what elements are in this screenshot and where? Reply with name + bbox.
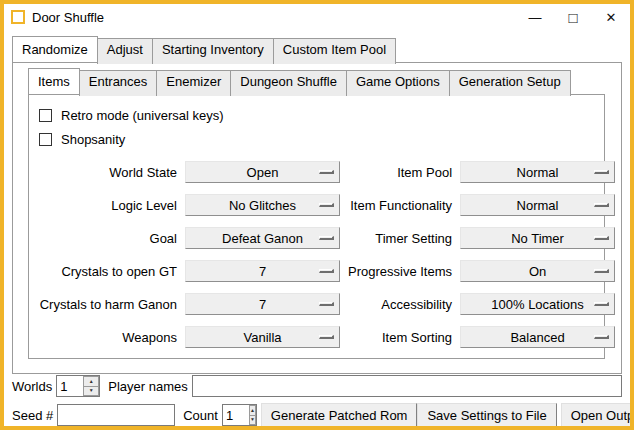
retro-mode-row: Retro mode (universal keys) [39, 103, 596, 127]
dropdown-indicator-icon [594, 269, 609, 273]
tab-dungeon-shuffle[interactable]: Dungeon Shuffle [230, 70, 347, 96]
weapons-label: Weapons [37, 330, 177, 345]
tab-items[interactable]: Items [28, 68, 80, 94]
spin-up-icon[interactable]: ▲ [83, 376, 99, 387]
item-pool-dropdown[interactable]: Normal [460, 161, 615, 183]
outer-tab-strip: Randomize Adjust Starting Inventory Cust… [12, 36, 622, 62]
dropdown-indicator-icon [319, 236, 334, 240]
tab-randomize[interactable]: Randomize [12, 36, 98, 62]
dropdown-indicator-icon [319, 203, 334, 207]
open-output-directory-button[interactable]: Open Output Directory [561, 403, 630, 426]
logic-level-label: Logic Level [37, 198, 177, 213]
count-input[interactable] [223, 405, 249, 425]
crystals-open-gt-label: Crystals to open GT [37, 264, 177, 279]
progressive-items-dropdown[interactable]: On [460, 260, 615, 282]
weapons-value: Vanilla [243, 330, 281, 345]
tab-entrances[interactable]: Entrances [79, 70, 158, 96]
count-label: Count [183, 408, 218, 423]
item-sorting-label: Item Sorting [348, 330, 452, 345]
weapons-dropdown[interactable]: Vanilla [185, 326, 340, 348]
progressive-items-value: On [529, 264, 546, 279]
maximize-icon: □ [568, 10, 577, 25]
count-spin-arrows: ▲ ▼ [249, 405, 256, 425]
tab-enemizer[interactable]: Enemizer [156, 70, 231, 96]
accessibility-dropdown[interactable]: 100% Locations [460, 293, 615, 315]
world-state-value: Open [247, 165, 279, 180]
tab-game-options[interactable]: Game Options [346, 70, 450, 96]
seed-label: Seed # [12, 408, 53, 423]
spin-down-icon[interactable]: ▼ [249, 416, 256, 426]
item-sorting-value: Balanced [510, 330, 564, 345]
tab-starting-inventory[interactable]: Starting Inventory [152, 38, 274, 64]
dropdown-indicator-icon [319, 170, 334, 174]
minimize-button[interactable]: — [516, 4, 554, 30]
randomize-pane: Items Entrances Enemizer Dungeon Shuffle… [12, 62, 622, 374]
close-icon: ✕ [606, 10, 617, 25]
timer-setting-value: No Timer [511, 231, 564, 246]
spin-up-icon[interactable]: ▲ [249, 405, 256, 416]
timer-setting-dropdown[interactable]: No Timer [460, 227, 615, 249]
shopsanity-checkbox[interactable] [39, 133, 52, 146]
item-pool-value: Normal [517, 165, 559, 180]
app-icon [11, 10, 25, 24]
item-pool-label: Item Pool [348, 165, 452, 180]
shopsanity-row: Shopsanity [39, 127, 596, 151]
retro-mode-checkbox[interactable] [39, 109, 52, 122]
titlebar: Door Shuffle — □ ✕ [4, 4, 630, 30]
item-sorting-dropdown[interactable]: Balanced [460, 326, 615, 348]
item-functionality-value: Normal [517, 198, 559, 213]
items-pane: Retro mode (universal keys) Shopsanity W… [28, 94, 605, 359]
minimize-icon: — [529, 10, 542, 25]
spin-down-icon[interactable]: ▼ [83, 387, 99, 397]
save-settings-button[interactable]: Save Settings to File [417, 403, 556, 426]
worlds-spinbox[interactable]: ▲ ▼ [56, 375, 100, 397]
worlds-label: Worlds [12, 379, 52, 394]
timer-setting-label: Timer Setting [348, 231, 452, 246]
close-button[interactable]: ✕ [592, 4, 630, 30]
count-spinbox[interactable]: ▲ ▼ [222, 404, 257, 426]
worlds-spin-arrows: ▲ ▼ [83, 376, 99, 396]
item-functionality-label: Item Functionality [348, 198, 452, 213]
accessibility-value: 100% Locations [491, 297, 584, 312]
retro-mode-label: Retro mode (universal keys) [61, 108, 224, 123]
item-functionality-dropdown[interactable]: Normal [460, 194, 615, 216]
goal-value: Defeat Ganon [222, 231, 303, 246]
seed-input[interactable] [57, 404, 175, 426]
goal-dropdown[interactable]: Defeat Ganon [185, 227, 340, 249]
crystals-harm-ganon-label: Crystals to harm Ganon [37, 297, 177, 312]
worlds-input[interactable] [57, 376, 83, 396]
inner-tab-strip: Items Entrances Enemizer Dungeon Shuffle… [28, 68, 605, 94]
goal-label: Goal [37, 231, 177, 246]
generate-patched-rom-button[interactable]: Generate Patched Rom [261, 403, 418, 426]
dropdown-indicator-icon [594, 203, 609, 207]
crystals-harm-ganon-dropdown[interactable]: 7 [185, 293, 340, 315]
tab-generation-setup[interactable]: Generation Setup [449, 70, 571, 96]
window-controls: — □ ✕ [516, 4, 630, 30]
window: Door Shuffle — □ ✕ Randomize Adjust Star… [0, 0, 634, 430]
logic-level-dropdown[interactable]: No Glitches [185, 194, 340, 216]
crystals-open-gt-dropdown[interactable]: 7 [185, 260, 340, 282]
maximize-button[interactable]: □ [554, 4, 592, 30]
crystals-open-gt-value: 7 [259, 264, 266, 279]
seed-row: Seed # Count ▲ ▼ Generate Patched Rom Sa… [12, 403, 622, 426]
window-content: Randomize Adjust Starting Inventory Cust… [4, 30, 630, 426]
dropdown-indicator-icon [594, 170, 609, 174]
bottom-controls: Worlds ▲ ▼ Player names Seed # Count [12, 374, 622, 426]
accessibility-label: Accessibility [348, 297, 452, 312]
player-names-label: Player names [108, 379, 187, 394]
dropdown-indicator-icon [594, 236, 609, 240]
tab-custom-item-pool[interactable]: Custom Item Pool [273, 38, 396, 64]
options-grid: World State Open Item Pool Normal Logic … [37, 161, 596, 348]
world-state-dropdown[interactable]: Open [185, 161, 340, 183]
dropdown-indicator-icon [319, 302, 334, 306]
shopsanity-label: Shopsanity [61, 132, 125, 147]
dropdown-indicator-icon [319, 269, 334, 273]
dropdown-indicator-icon [319, 335, 334, 339]
player-names-input[interactable] [192, 375, 622, 397]
tab-adjust[interactable]: Adjust [97, 38, 153, 64]
dropdown-indicator-icon [594, 335, 609, 339]
crystals-harm-ganon-value: 7 [259, 297, 266, 312]
dropdown-indicator-icon [594, 302, 609, 306]
window-title: Door Shuffle [32, 10, 104, 25]
window-inner: Door Shuffle — □ ✕ Randomize Adjust Star… [4, 4, 630, 426]
